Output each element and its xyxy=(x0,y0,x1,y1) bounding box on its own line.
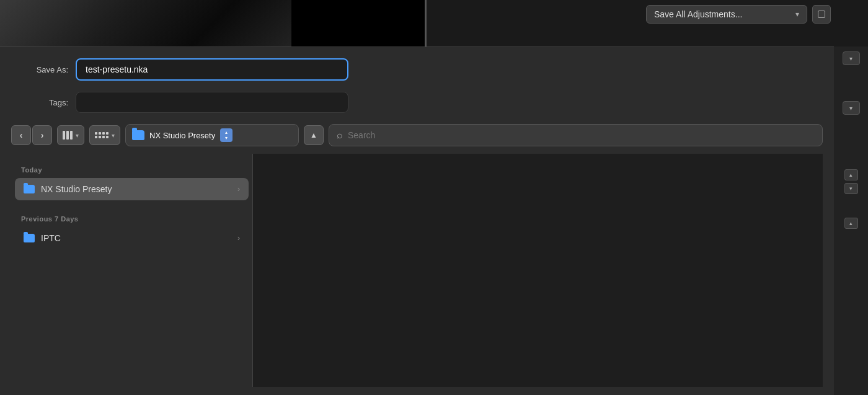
tags-row: Tags: xyxy=(0,92,834,124)
dialog-panel: Save As: Tags: ‹ › ▾ xyxy=(0,47,834,395)
folder-icon xyxy=(24,234,35,242)
sidebar-item-iptc[interactable]: IPTC › xyxy=(15,227,249,249)
view-grid-chevron: ▾ xyxy=(112,132,115,139)
location-name: NX Studio Presety xyxy=(149,131,215,140)
search-input[interactable] xyxy=(348,130,815,140)
save-as-label: Save As: xyxy=(19,65,68,74)
chevron-right-icon: › xyxy=(237,185,240,193)
square-icon xyxy=(818,11,825,18)
chevron-down-icon: ▾ xyxy=(849,105,852,112)
collapse-icon: ▲ xyxy=(310,131,317,140)
tags-label: Tags: xyxy=(19,98,68,107)
background-image-right xyxy=(291,0,425,47)
forward-icon: › xyxy=(41,130,44,140)
chevron-down-icon: ▾ xyxy=(849,185,852,192)
save-as-input[interactable] xyxy=(76,58,348,81)
location-chevrons-icon: ▴ ▾ xyxy=(220,128,232,142)
top-right-bar: Save All Adjustments... ▾ xyxy=(646,5,831,24)
location-folder-icon xyxy=(132,130,144,140)
save-all-dropdown[interactable]: Save All Adjustments... ▾ xyxy=(646,5,807,24)
search-icon: ⌕ xyxy=(337,130,343,141)
view-columns-chevron: ▾ xyxy=(76,132,79,139)
sidebar-panel: Today NX Studio Presety › Previous 7 Day… xyxy=(11,154,253,387)
grid-icon xyxy=(95,132,108,138)
scroll-down-btn-2[interactable]: ▾ xyxy=(843,101,860,115)
chevron-up-icon: ▴ xyxy=(849,220,852,226)
chevron-right-icon: › xyxy=(237,234,240,242)
back-icon: ‹ xyxy=(20,130,23,140)
save-all-label: Save All Adjustments... xyxy=(654,9,742,19)
save-all-chevron-icon: ▾ xyxy=(795,10,799,19)
chevron-up-icon: ▴ xyxy=(849,172,852,178)
toolbar-row: ‹ › ▾ ▾ NX Studio Presety xyxy=(0,124,834,154)
middle-panel xyxy=(253,154,538,387)
content-area: Today NX Studio Presety › Previous 7 Day… xyxy=(11,154,823,387)
forward-button[interactable]: › xyxy=(32,125,52,145)
previous-section-label: Previous 7 Days xyxy=(11,210,252,226)
columns-icon xyxy=(63,131,73,140)
view-columns-button[interactable]: ▾ xyxy=(57,125,84,145)
sidebar-item-label: NX Studio Presety xyxy=(41,184,112,194)
scroll-down-btn-3[interactable]: ▾ xyxy=(844,183,858,194)
nav-btn-group: ‹ › xyxy=(11,125,52,145)
save-as-row: Save As: xyxy=(0,47,834,92)
today-section-label: Today xyxy=(11,161,252,177)
tags-input[interactable] xyxy=(76,92,348,113)
back-button[interactable]: ‹ xyxy=(11,125,31,145)
folder-icon xyxy=(24,185,35,193)
vertical-divider xyxy=(425,0,427,47)
scroll-up-btn-1[interactable]: ▴ xyxy=(844,169,858,180)
sidebar-item-nx-studio-presety[interactable]: NX Studio Presety › xyxy=(15,178,249,200)
search-box[interactable]: ⌕ xyxy=(329,124,823,146)
scroll-up-btn-2[interactable]: ▴ xyxy=(844,218,858,229)
top-right-square-button[interactable] xyxy=(812,5,831,24)
location-dropdown[interactable]: NX Studio Presety ▴ ▾ xyxy=(125,124,299,146)
scroll-down-btn-1[interactable]: ▾ xyxy=(843,51,860,65)
background-image-left xyxy=(0,0,291,47)
collapse-button[interactable]: ▲ xyxy=(304,125,324,145)
chevron-down-icon: ▾ xyxy=(849,55,852,62)
right-scrollbar: ▾ ▾ ▴ ▾ ▴ xyxy=(834,47,868,395)
right-panel xyxy=(538,154,823,387)
view-grid-button[interactable]: ▾ xyxy=(89,125,120,145)
sidebar-item-label: IPTC xyxy=(41,233,61,243)
